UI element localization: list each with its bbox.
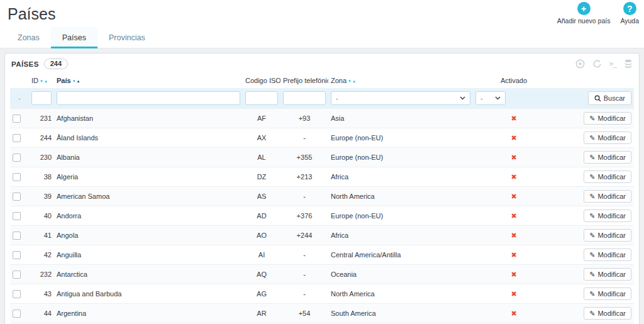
row-checkbox[interactable] (13, 290, 21, 298)
edit-button[interactable]: ✎ Modificar (584, 307, 631, 320)
help-label: Ayuda (620, 17, 639, 25)
row-id: 38 (29, 167, 54, 187)
panel-toolbar: >_ (575, 59, 633, 69)
edit-button[interactable]: ✎ Modificar (584, 229, 631, 242)
row-prefix: - (280, 284, 328, 304)
export-stack-icon[interactable] (624, 59, 633, 69)
row-id: 231 (29, 109, 54, 128)
edit-button[interactable]: ✎ Modificar (584, 170, 631, 183)
edit-button[interactable]: ✎ Modificar (584, 268, 631, 281)
row-checkbox[interactable] (13, 251, 21, 259)
row-checkbox[interactable] (13, 212, 21, 220)
add-country-label: Añadir nuevo país (557, 17, 611, 25)
sort-desc-icon[interactable]: ▼ (72, 79, 77, 83)
row-id: 43 (29, 284, 54, 304)
edit-button-label: Modificar (597, 212, 626, 220)
sort-icons: ▼▲ (72, 77, 81, 84)
tab-provincias[interactable]: Provincias (97, 27, 157, 48)
row-prefix: - (280, 265, 328, 284)
row-id: 40 (29, 206, 54, 226)
row-iso: AO (243, 226, 280, 245)
row-id: 39 (29, 187, 54, 206)
panel-header: PAÍSES 244 >_ (5, 53, 639, 73)
row-zone: Asia (328, 109, 473, 128)
sort-asc-icon[interactable]: ▲ (352, 79, 357, 83)
filter-country-input[interactable] (57, 91, 240, 105)
row-country: Antarctica (54, 265, 243, 284)
pencil-icon: ✎ (589, 310, 595, 317)
edit-button-label: Modificar (597, 173, 626, 181)
pencil-icon: ✎ (589, 135, 595, 142)
edit-button-label: Modificar (597, 290, 626, 298)
row-checkbox[interactable] (13, 193, 21, 201)
row-iso: AD (243, 206, 280, 226)
row-checkbox[interactable] (13, 310, 21, 318)
sql-terminal-icon[interactable]: >_ (609, 60, 616, 68)
sort-desc-icon[interactable]: ▼ (348, 79, 352, 83)
row-zone: Oceania (328, 265, 473, 284)
pencil-icon: ✎ (589, 154, 595, 161)
edit-button[interactable]: ✎ Modificar (584, 131, 631, 144)
select-all-header (10, 73, 29, 88)
row-zone: Europe (non-EU) (328, 206, 473, 226)
row-checkbox[interactable] (13, 115, 21, 123)
chevron-down-icon (460, 96, 465, 100)
filter-prefix-input[interactable] (283, 91, 326, 105)
row-zone: Europe (non-EU) (328, 148, 473, 167)
row-prefix: - (280, 128, 328, 148)
filter-iso-input[interactable] (245, 91, 278, 105)
edit-button[interactable]: ✎ Modificar (584, 209, 631, 222)
sort-desc-icon[interactable]: ▼ (40, 79, 44, 83)
table-body: 231 Afghanistan AF +93 Asia ✖ ✎ Modifica… (10, 109, 634, 324)
sort-asc-active-icon[interactable]: ▲ (77, 79, 81, 83)
row-checkbox[interactable] (13, 173, 21, 181)
page-title: Países (8, 5, 636, 23)
edit-button[interactable]: ✎ Modificar (584, 190, 631, 203)
page-header: Países + Añadir nuevo país ? Ayuda (0, 0, 644, 23)
row-prefix: +376 (280, 206, 328, 226)
row-checkbox[interactable] (13, 232, 21, 240)
edit-button[interactable]: ✎ Modificar (584, 249, 631, 261)
table-row: 39 American Samoa AS - North America ✖ ✎… (10, 187, 634, 206)
filter-zone-select[interactable]: - (331, 91, 470, 105)
row-zone: Africa (328, 167, 473, 187)
add-icon[interactable] (575, 59, 585, 69)
edit-button-label: Modificar (597, 115, 626, 122)
edit-button-label: Modificar (597, 271, 626, 278)
refresh-icon[interactable] (592, 59, 602, 69)
col-pais[interactable]: País▼▲ (54, 73, 243, 88)
pencil-icon: ✎ (589, 232, 595, 239)
row-checkbox[interactable] (13, 134, 21, 142)
sort-asc-icon[interactable]: ▲ (44, 79, 48, 83)
row-zone: North America (328, 284, 473, 304)
add-country-button[interactable]: + Añadir nuevo país (557, 2, 611, 25)
row-country: Algeria (54, 167, 243, 187)
edit-button[interactable]: ✎ Modificar (584, 112, 631, 125)
col-codigo-iso[interactable]: Codigo ISO▼▲ (243, 73, 280, 88)
row-zone: North America (328, 187, 473, 206)
edit-button[interactable]: ✎ Modificar (584, 151, 631, 164)
search-button[interactable]: Buscar (588, 91, 631, 105)
countries-panel: PAÍSES 244 >_ (4, 53, 640, 324)
col-id[interactable]: ID▼▲ (29, 73, 54, 88)
tab-bar: Zonas Países Provincias (0, 27, 644, 48)
row-checkbox[interactable] (13, 271, 21, 279)
edit-button-label: Modificar (597, 251, 626, 259)
header-actions: + Añadir nuevo país ? Ayuda (557, 2, 639, 25)
help-button[interactable]: ? Ayuda (620, 2, 639, 25)
row-checkbox[interactable] (13, 154, 21, 162)
tab-zonas[interactable]: Zonas (6, 27, 51, 48)
col-prefijo[interactable]: Prefijo telefónico▼▲ (280, 73, 328, 88)
plus-circle-icon: + (577, 2, 591, 15)
tab-paises[interactable]: Países (51, 27, 97, 48)
count-badge: 244 (44, 59, 68, 69)
edit-button[interactable]: ✎ Modificar (584, 288, 631, 300)
pencil-icon: ✎ (589, 193, 595, 200)
table-row: 40 Andorra AD +376 Europe (non-EU) ✖ ✎ M… (10, 206, 634, 226)
table-row: 232 Antarctica AQ - Oceania ✖ ✎ Modifica… (10, 265, 634, 284)
filter-active-select[interactable]: - (475, 91, 506, 105)
filter-id-input[interactable] (31, 91, 52, 105)
col-zona[interactable]: Zona▼▲ (328, 73, 473, 88)
row-iso: AF (243, 109, 280, 128)
help-circle-icon: ? (623, 2, 636, 15)
